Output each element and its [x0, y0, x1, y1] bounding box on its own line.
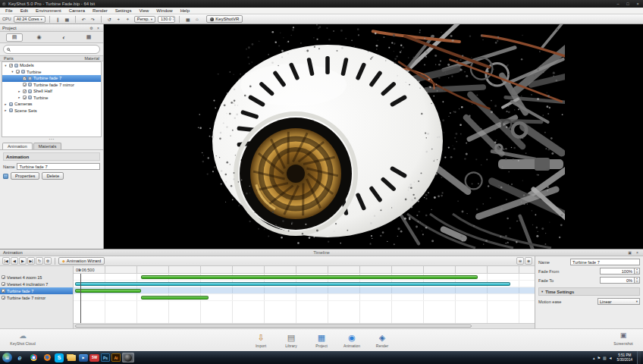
- animation-clip[interactable]: [75, 289, 140, 293]
- taskbar-explorer-folder-icon[interactable]: [65, 353, 77, 362]
- animation-clip[interactable]: [141, 275, 478, 279]
- track-name[interactable]: Viewset 4 zoom 15: [0, 274, 73, 281]
- checkbox-icon[interactable]: [23, 96, 27, 99]
- fade-from-field[interactable]: 100%: [600, 268, 635, 275]
- dock-animation-button[interactable]: ◉Animation: [340, 332, 363, 348]
- dock-library-button[interactable]: ▤Library: [280, 332, 303, 348]
- animation-clip[interactable]: [75, 282, 510, 286]
- checkbox-icon[interactable]: [2, 289, 5, 293]
- go-to-end-icon[interactable]: ▶|: [27, 257, 35, 265]
- dock-import-button[interactable]: ⇩Import: [249, 332, 272, 348]
- undo-icon[interactable]: ↶: [80, 15, 88, 23]
- camera-mode-select[interactable]: Persp. ▾: [134, 16, 155, 23]
- panel-close-icon[interactable]: ×: [96, 26, 101, 30]
- scene-tab-icon[interactable]: ▤: [6, 33, 23, 42]
- maximize-button[interactable]: □: [625, 2, 631, 6]
- track-lane[interactable]: [74, 287, 535, 294]
- dolly-icon[interactable]: ⌖: [124, 15, 132, 23]
- track-name[interactable]: Turbine fade 7 mirror: [0, 294, 73, 301]
- expander-icon[interactable]: ▸: [17, 96, 21, 99]
- tree-item[interactable]: ▾Turbine: [2, 69, 101, 76]
- checkbox-icon[interactable]: [9, 64, 13, 67]
- close-timeline-icon[interactable]: ×: [635, 250, 640, 255]
- material-tab-icon[interactable]: ◉: [31, 33, 48, 42]
- taskbar-photoshop-icon[interactable]: Ps: [101, 353, 110, 362]
- taskbar-solidworks-icon[interactable]: SW: [89, 354, 99, 362]
- close-button[interactable]: ×: [635, 2, 641, 6]
- step-back-icon[interactable]: ◀: [11, 257, 18, 265]
- home-view-icon[interactable]: ⌂: [193, 15, 201, 23]
- tree-item[interactable]: ▸Turbine: [2, 95, 101, 102]
- settings-tab-icon[interactable]: ▦: [80, 33, 97, 42]
- tree-item[interactable]: ▸Shell Half: [2, 88, 101, 95]
- track-name[interactable]: Turbine fade 7: [0, 287, 73, 294]
- taskbar-firefox-icon[interactable]: [41, 353, 53, 362]
- menu-camera[interactable]: Camera: [65, 8, 89, 14]
- timeline-ruler[interactable]: 00:06:500 ▾: [74, 266, 535, 274]
- cores-select[interactable]: All 24 Cores ▾: [14, 16, 45, 23]
- fade-from-stepper[interactable]: ▴▾: [635, 268, 640, 275]
- taskbar-illustrator-icon[interactable]: Ai: [111, 353, 121, 362]
- expander-icon[interactable]: ▸: [17, 89, 21, 93]
- keyshot-cloud-button[interactable]: ☁ KeyShot Cloud: [6, 331, 39, 346]
- tray-expand-icon[interactable]: ▴: [593, 356, 595, 360]
- menu-settings[interactable]: Settings: [111, 8, 136, 14]
- keyshotvr-button[interactable]: KeyShotVR: [206, 15, 243, 23]
- expander-icon[interactable]: ▸: [4, 108, 8, 112]
- expander-icon[interactable]: ▾: [11, 70, 14, 74]
- taskbar-media-player-icon[interactable]: ▶: [79, 354, 88, 362]
- track-name[interactable]: Viewset 4 inclination 7: [0, 281, 73, 287]
- checkbox-icon[interactable]: [23, 83, 27, 86]
- tree-item[interactable]: Turbine fade 7: [2, 75, 101, 82]
- zoom-out-icon[interactable]: ⊖: [516, 257, 524, 265]
- expander-icon[interactable]: ▸: [4, 102, 8, 106]
- track-lane[interactable]: [74, 294, 535, 301]
- search-box[interactable]: [3, 45, 100, 54]
- timeline-settings-icon[interactable]: ⚙: [44, 257, 52, 265]
- grid-icon[interactable]: ▦: [183, 15, 192, 23]
- animation-name-field[interactable]: Turbine fade 7: [17, 163, 100, 170]
- tree-item[interactable]: Turbine fade 7 mirror: [2, 82, 101, 89]
- dock-project-button[interactable]: ▦Project: [310, 332, 333, 348]
- playhead-line[interactable]: [80, 274, 81, 323]
- menu-file[interactable]: File: [2, 8, 17, 14]
- minimize-button[interactable]: –: [615, 2, 621, 6]
- search-input[interactable]: [12, 46, 96, 52]
- timeline-titlebar[interactable]: Timeline Animation ▣×: [0, 249, 643, 256]
- playhead-marker[interactable]: ▾: [79, 268, 81, 272]
- play-icon[interactable]: ▶: [19, 257, 27, 265]
- tumble-icon[interactable]: ↺: [105, 15, 114, 23]
- taskbar-keyshot-icon[interactable]: [122, 353, 134, 362]
- fade-to-field[interactable]: 0%: [600, 277, 635, 284]
- start-button[interactable]: ⊞: [2, 353, 12, 362]
- pause-render-icon[interactable]: ∥: [54, 15, 62, 23]
- expander-icon[interactable]: [17, 83, 21, 86]
- checkbox-icon[interactable]: [2, 275, 5, 279]
- timeline-scrollbar[interactable]: [74, 323, 535, 328]
- stepper-icons[interactable]: ▴▾: [173, 17, 174, 21]
- properties-button[interactable]: Properties: [11, 172, 39, 180]
- loop-icon[interactable]: ↻: [36, 257, 43, 265]
- taskbar-chrome-icon[interactable]: [27, 353, 39, 362]
- zoom-in-icon[interactable]: ⊕: [525, 257, 532, 265]
- tray-volume-icon[interactable]: ◄: [609, 356, 613, 360]
- menu-environment[interactable]: Environment: [32, 8, 65, 14]
- show-desktop-button[interactable]: [637, 351, 641, 364]
- project-panel-header[interactable]: Project ⚙×: [0, 24, 103, 32]
- taskbar-internet-explorer-icon[interactable]: e: [14, 353, 26, 362]
- scrollbar-thumb[interactable]: [75, 325, 472, 328]
- expander-icon[interactable]: [17, 77, 21, 80]
- dock-render-button[interactable]: ◈Render: [371, 332, 394, 348]
- fade-to-stepper[interactable]: ▴▾: [635, 277, 640, 284]
- checkbox-icon[interactable]: [2, 296, 5, 300]
- motion-ease-select[interactable]: Linear ▾: [598, 298, 640, 305]
- checkbox-icon[interactable]: [23, 77, 27, 80]
- undock-icon[interactable]: ▣: [627, 250, 632, 255]
- region-render-icon[interactable]: ▦: [63, 15, 71, 23]
- checkbox-icon[interactable]: [23, 89, 27, 93]
- menu-edit[interactable]: Edit: [17, 8, 32, 14]
- tab-materials[interactable]: Materials: [33, 143, 62, 149]
- taskbar-skype-icon[interactable]: S: [55, 353, 64, 362]
- render-viewport[interactable]: [104, 24, 643, 249]
- tray-network-icon[interactable]: ▥: [603, 356, 607, 360]
